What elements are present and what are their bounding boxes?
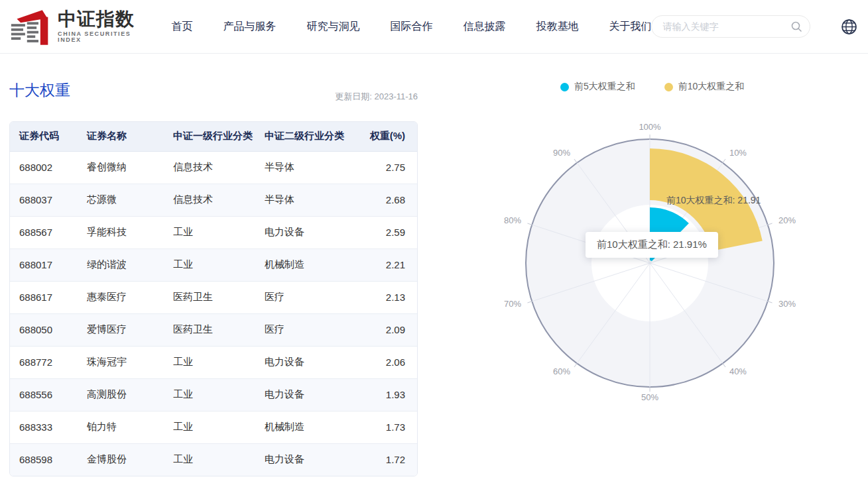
nav-item-investor-education[interactable]: 投教基地 bbox=[536, 20, 578, 34]
cell-industry-l1: 工业 bbox=[164, 346, 255, 378]
cell-code: 688567 bbox=[10, 216, 78, 248]
col-header-industry-l2: 中证二级行业分类 bbox=[255, 122, 356, 151]
angle-tick bbox=[574, 159, 577, 163]
cell-industry-l1: 医药卫生 bbox=[164, 281, 255, 313]
legend-label: 前10大权重之和 bbox=[678, 81, 745, 93]
cell-industry-l1: 工业 bbox=[164, 411, 255, 443]
table-row: 688037芯源微信息技术半导体2.68 bbox=[10, 184, 417, 216]
nav-item-home[interactable]: 首页 bbox=[171, 20, 192, 34]
cell-code: 688017 bbox=[10, 248, 78, 281]
chart-legend: 前5大权重之和 前10大权重之和 bbox=[560, 81, 744, 93]
chart-tooltip: 前10大权重之和: 21.91% bbox=[586, 232, 718, 258]
legend-dot bbox=[560, 83, 569, 91]
logo[interactable]: 中证指数 CHINA SECURITIES INDEX bbox=[9, 7, 153, 46]
cell-industry-l1: 工业 bbox=[164, 216, 255, 248]
legend-item-top10[interactable]: 前10大权重之和 bbox=[664, 81, 745, 93]
cell-industry-l2: 医疗 bbox=[255, 281, 356, 313]
cell-industry-l1: 信息技术 bbox=[164, 184, 255, 216]
weights-table: 证券代码 证券名称 中证一级行业分类 中证二级行业分类 权重(%) 688002… bbox=[9, 121, 418, 476]
cell-industry-l2: 电力设备 bbox=[255, 346, 356, 378]
cell-name: 爱博医疗 bbox=[78, 313, 164, 346]
logo-subtitle: CHINA SECURITIES INDEX bbox=[58, 31, 153, 43]
search-icon[interactable] bbox=[790, 21, 802, 32]
cell-industry-l2: 医疗 bbox=[255, 313, 356, 346]
angle-tick-label: 70% bbox=[504, 299, 521, 309]
nav-item-about-us[interactable]: 关于我们 bbox=[609, 20, 651, 34]
weights-table-body: 688002睿创微纳信息技术半导体2.75688037芯源微信息技术半导体2.6… bbox=[10, 151, 417, 476]
table-row: 688017绿的谐波工业机械制造2.21 bbox=[10, 248, 417, 281]
cell-name: 芯源微 bbox=[78, 184, 164, 216]
update-date: 更新日期: 2023-11-16 bbox=[9, 91, 418, 103]
cell-industry-l1: 医药卫生 bbox=[164, 313, 255, 346]
table-header-row: 证券代码 证券名称 中证一级行业分类 中证二级行业分类 权重(%) bbox=[10, 122, 417, 151]
table-row: 688333铂力特工业机械制造1.73 bbox=[10, 411, 417, 443]
angle-tick bbox=[527, 302, 532, 303]
cell-name: 睿创微纳 bbox=[78, 151, 164, 184]
cell-industry-l1: 工业 bbox=[164, 443, 255, 476]
cell-weight: 2.06 bbox=[356, 346, 417, 378]
cell-weight: 2.13 bbox=[356, 281, 417, 313]
language-globe-icon[interactable] bbox=[841, 19, 857, 35]
angle-tick bbox=[768, 223, 773, 225]
col-header-code: 证券代码 bbox=[10, 122, 78, 151]
cell-weight: 2.09 bbox=[356, 313, 417, 346]
cell-name: 高测股份 bbox=[78, 378, 164, 411]
cell-industry-l1: 信息技术 bbox=[164, 151, 255, 184]
logo-title: 中证指数 bbox=[58, 10, 153, 28]
cell-industry-l1: 工业 bbox=[164, 248, 255, 281]
page: 中证指数 CHINA SECURITIES INDEX 首页 产品与服务 研究与… bbox=[0, 0, 868, 495]
cell-industry-l2: 半导体 bbox=[255, 184, 356, 216]
cell-name: 金博股份 bbox=[78, 443, 164, 476]
angle-tick bbox=[527, 223, 532, 225]
angle-tick bbox=[723, 159, 725, 163]
table-row: 688598金博股份工业电力设备1.72 bbox=[10, 443, 417, 476]
col-header-name: 证券名称 bbox=[78, 122, 164, 151]
cell-weight: 2.68 bbox=[356, 184, 417, 216]
table-row: 688617惠泰医疗医药卫生医疗2.13 bbox=[10, 281, 417, 313]
cell-weight: 2.21 bbox=[356, 248, 417, 281]
table-row: 688050爱博医疗医药卫生医疗2.09 bbox=[10, 313, 417, 346]
cell-weight: 1.72 bbox=[356, 443, 417, 476]
legend-label: 前5大权重之和 bbox=[574, 81, 635, 93]
angle-tick-label: 10% bbox=[729, 148, 747, 158]
cell-code: 688037 bbox=[10, 184, 78, 216]
cell-industry-l1: 工业 bbox=[164, 378, 255, 411]
cell-industry-l2: 电力设备 bbox=[255, 216, 356, 248]
angle-tick-label: 30% bbox=[778, 299, 796, 309]
nav-item-products-services[interactable]: 产品与服务 bbox=[223, 20, 276, 34]
cell-industry-l2: 机械制造 bbox=[255, 248, 356, 281]
angle-tick-label: 90% bbox=[553, 148, 570, 158]
cell-weight: 2.75 bbox=[356, 151, 417, 184]
table-row: 688556高测股份工业电力设备1.93 bbox=[10, 378, 417, 411]
cell-code: 688617 bbox=[10, 281, 78, 313]
polar-chart-svg: 100%10%20%30%40%50%60%70%80%90% bbox=[438, 106, 868, 464]
nav-item-research-insights[interactable]: 研究与洞见 bbox=[306, 20, 359, 34]
angle-tick-label: 80% bbox=[504, 215, 521, 225]
cell-weight: 1.73 bbox=[356, 411, 417, 443]
cell-name: 惠泰医疗 bbox=[78, 281, 164, 313]
cell-name: 铂力特 bbox=[78, 411, 164, 443]
nav-item-international[interactable]: 国际合作 bbox=[390, 20, 432, 34]
angle-tick-label: 20% bbox=[778, 215, 796, 225]
site-header: 中证指数 CHINA SECURITIES INDEX 首页 产品与服务 研究与… bbox=[0, 0, 868, 54]
angle-tick-label: 50% bbox=[641, 392, 658, 402]
bar-value-label: 前10大权重之和: 21.91 bbox=[666, 195, 761, 207]
table-row: 688567孚能科技工业电力设备2.59 bbox=[10, 216, 417, 248]
legend-item-top5[interactable]: 前5大权重之和 bbox=[560, 81, 635, 93]
nav-item-disclosure[interactable]: 信息披露 bbox=[463, 20, 505, 34]
angle-tick-label: 40% bbox=[729, 366, 747, 376]
cell-industry-l2: 电力设备 bbox=[255, 443, 356, 476]
logo-mark bbox=[9, 7, 51, 46]
search-input[interactable] bbox=[651, 15, 810, 38]
legend-dot bbox=[664, 83, 673, 91]
polar-chart: 100%10%20%30%40%50%60%70%80%90% 前10大权重之和… bbox=[438, 106, 868, 464]
cell-name: 绿的谐波 bbox=[78, 248, 164, 281]
cell-industry-l2: 半导体 bbox=[255, 151, 356, 184]
col-header-industry-l1: 中证一级行业分类 bbox=[164, 122, 255, 151]
main-nav: 首页 产品与服务 研究与洞见 国际合作 信息披露 投教基地 关于我们 bbox=[171, 20, 651, 34]
table-row: 688002睿创微纳信息技术半导体2.75 bbox=[10, 151, 417, 184]
table-row: 688772珠海冠宇工业电力设备2.06 bbox=[10, 346, 417, 378]
cell-code: 688556 bbox=[10, 378, 78, 411]
angle-tick-label: 60% bbox=[553, 366, 570, 376]
cell-code: 688050 bbox=[10, 313, 78, 346]
